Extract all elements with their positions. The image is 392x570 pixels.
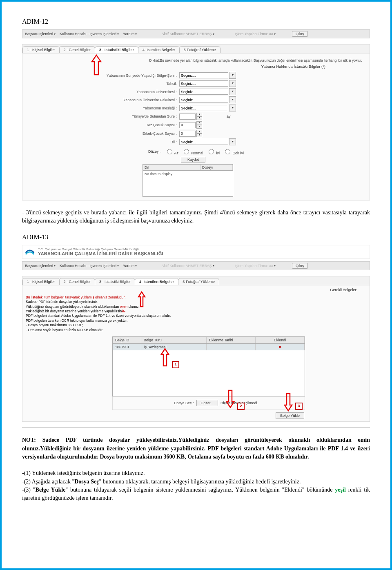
radio-iyi[interactable]: İyi bbox=[207, 148, 220, 155]
arrow-up-icon bbox=[91, 54, 102, 76]
col-belge-turu: Belge Türü bbox=[141, 337, 207, 343]
menu-yardim[interactable]: Yardım▾ bbox=[123, 32, 137, 36]
dropdown-icon[interactable]: ▾ bbox=[229, 80, 236, 87]
col-dil: Dil bbox=[143, 165, 200, 170]
not-paragraph: NOT: Sadece PDF türünde dosyalar yükleye… bbox=[22, 436, 370, 461]
input-erkek[interactable] bbox=[179, 131, 196, 137]
note-line: Sadece PDF türünde dosyalar yükleyebilir… bbox=[26, 300, 366, 304]
dosya-sec-label: Dosya Seç : bbox=[174, 401, 194, 405]
document-table: Belge ID Belge Türü Eklenme Tarihi Eklen… bbox=[112, 336, 305, 396]
file-select-bar: Dosya Seç : Gözat... Hiçbir dosya seçilm… bbox=[112, 396, 305, 410]
app-header: Başvuru İşlemleri▾ Kullanıcı Hesabı - İş… bbox=[22, 29, 370, 38]
select-fakulte[interactable] bbox=[179, 97, 228, 103]
note-line: PDF belgeleri standart Adobe Uygulamalar… bbox=[26, 314, 366, 318]
spinner-erkek[interactable]: ▴▾ bbox=[196, 130, 202, 137]
instructions: -(1) Yüklemek istediğiniz belgenin üzeri… bbox=[22, 469, 370, 502]
select-meslek[interactable] bbox=[179, 105, 228, 111]
ministry-logo-icon bbox=[25, 247, 35, 257]
radio-cokiyi[interactable]: Çok İyi bbox=[223, 148, 244, 155]
spinner-sure[interactable]: ▴▾ bbox=[196, 113, 202, 120]
tab-fotograf[interactable]: 5-Fotoğraf Yükleme bbox=[178, 278, 219, 285]
select-universite[interactable] bbox=[179, 89, 228, 95]
table-row[interactable]: 1867951 İş Sözleşmesi ✕ bbox=[113, 344, 305, 350]
table-empty: No data to display. bbox=[143, 171, 233, 177]
exit-button[interactable]: Çıkış bbox=[292, 31, 308, 37]
dropdown-icon[interactable]: ▾ bbox=[229, 88, 236, 95]
tab-istatistiki[interactable]: 3 - İstatistiki Bilgiler bbox=[95, 46, 138, 53]
tab-istenilen[interactable]: 4 -İstenilen Belgeler bbox=[138, 46, 180, 53]
step-marker-2: 2 bbox=[237, 403, 245, 410]
label-fakulte: Yabancının Üniversite Fakültesi : bbox=[26, 98, 179, 102]
col-eklenme-tarihi: Eklenme Tarihi bbox=[207, 337, 256, 343]
caret-icon: ▾ bbox=[54, 32, 56, 36]
menu-basvuru[interactable]: Başvuru İşlemleri▾ bbox=[25, 264, 56, 268]
label-sure: Türkiye'de Bulunulan Süre : bbox=[26, 114, 179, 118]
note-line: Bu listedeki tüm belgeleri tarayarak yük… bbox=[26, 295, 366, 300]
tab-fotograf[interactable]: 5-Fotoğraf Yükleme bbox=[179, 46, 220, 53]
belge-yukle-button[interactable]: Belge Yükle bbox=[276, 412, 304, 419]
arrow-down-icon bbox=[284, 393, 293, 412]
menu-yardim[interactable]: Yardım▾ bbox=[123, 264, 137, 268]
input-kiz[interactable] bbox=[179, 122, 196, 128]
note-line: - Ortalama sayfa boyutu en fazla 600 KB … bbox=[26, 328, 366, 332]
label-bolge: Yabancının Suriyede Yaşadığı Bölge-Şehir… bbox=[26, 73, 179, 78]
note-line: Yüklediğiniz dosyaları görüntüleyerek ok… bbox=[26, 305, 366, 309]
note-line: Yüklediğiniz bir dosyanın üzerine yenide… bbox=[26, 309, 366, 314]
menu-kullanici[interactable]: Kullanıcı Hesabı - İşveren İşlemleri▾ bbox=[60, 264, 119, 268]
divider bbox=[22, 428, 370, 428]
label-dil: Dil : bbox=[26, 140, 179, 144]
cell-belge-turu: İş Sözleşmesi bbox=[141, 344, 207, 350]
active-user-label[interactable]: Aktif Kullanıcı: AHMET ERBAŞ▾ bbox=[161, 32, 214, 36]
col-duzey: Düzeyi bbox=[200, 165, 233, 170]
input-sure[interactable] bbox=[179, 114, 196, 120]
arrow-up-icon bbox=[160, 348, 169, 367]
label-duzey: Düzeyi : bbox=[148, 149, 162, 154]
spinner-kiz[interactable]: ▴▾ bbox=[196, 121, 202, 129]
active-firm-label[interactable]: İşlem Yapılan Firma: aa▾ bbox=[235, 264, 276, 268]
radio-normal[interactable]: Normal bbox=[182, 148, 203, 155]
ministry-line1: T.C. Çalışma ve Sosyal Güvenlik Bakanlığ… bbox=[38, 247, 163, 251]
select-tahsil[interactable] bbox=[179, 80, 228, 87]
tab-content-istenilen: Gerekli Belgeler: Bu listedeki tüm belge… bbox=[22, 285, 370, 422]
tab-genel[interactable]: 2 - Genel Bilgiler bbox=[59, 46, 96, 53]
select-dil[interactable] bbox=[179, 139, 228, 145]
select-bolge[interactable] bbox=[179, 72, 228, 78]
tab-istenilen[interactable]: 4 -İstenilen Belgeler bbox=[135, 278, 178, 285]
tab-istatistiki[interactable]: 3 - İstatistiki Bilgiler bbox=[95, 278, 135, 285]
caret-icon: ▾ bbox=[117, 32, 119, 36]
tab-kisisel[interactable]: 1 - Kişisel Bilgiler bbox=[22, 46, 60, 53]
active-user-label[interactable]: Aktif Kullanıcı: AHMET ERBAŞ▾ bbox=[161, 264, 214, 268]
note-line: - Dosya boyutu maksimum 3600 KB ; bbox=[26, 323, 366, 327]
app-header-13: Başvuru İşlemleri▾ Kullanıcı Hesabı - İş… bbox=[22, 261, 370, 270]
radio-az[interactable]: Az bbox=[165, 148, 179, 155]
dropdown-icon[interactable]: ▾ bbox=[229, 138, 236, 145]
tab-kisisel[interactable]: 1 - Kişisel Bilgiler bbox=[22, 278, 60, 285]
label-meslek: Yabancının mesleği : bbox=[26, 106, 179, 110]
step-marker-3: 3 bbox=[295, 403, 303, 410]
dropdown-icon[interactable]: ▾ bbox=[229, 96, 236, 103]
duzey-row: Düzeyi : Az Normal İyi Çok İyi bbox=[148, 148, 366, 155]
exit-button[interactable]: Çıkış bbox=[292, 263, 308, 269]
browse-button[interactable]: Gözat... bbox=[196, 400, 218, 406]
dropdown-icon[interactable]: ▾ bbox=[229, 105, 236, 111]
kaydet-button[interactable]: Kaydet bbox=[181, 157, 205, 163]
step-marker-1: 1 bbox=[172, 361, 179, 368]
label-tahsil: Tahsil: bbox=[26, 82, 179, 86]
label-kiz: Kız Çocuk Sayısı : bbox=[26, 123, 179, 127]
info-notes-block: Bu listedeki tüm belgeleri tarayarak yük… bbox=[22, 293, 370, 337]
tab-genel[interactable]: 2 - Genel Bilgiler bbox=[59, 278, 96, 285]
tab-content-istatistiki: Dikkat:Bu sekmede yer alan bilgiler ista… bbox=[22, 53, 370, 200]
cell-belge-id: 1867951 bbox=[113, 344, 141, 350]
step-12-heading: ADIM-12 bbox=[22, 18, 370, 25]
dropdown-icon[interactable]: ▾ bbox=[229, 72, 236, 79]
label-universite: Yabancının Üniversitesi : bbox=[26, 90, 179, 94]
menu-basvuru[interactable]: Başvuru İşlemleri▾ bbox=[25, 32, 56, 36]
step12-body-text: - 3'üncü sekmeye geçiniz ve burada yaban… bbox=[22, 209, 370, 225]
label-erkek: Erkek-Çocuk Sayısı : bbox=[26, 131, 179, 136]
ministry-line2: YABANCILARIN ÇALIŞMA İZİNLERİ DAİRE BAŞK… bbox=[38, 251, 163, 256]
active-firm-label[interactable]: İşlem Yapılan Firma: aa▾ bbox=[235, 32, 276, 36]
note-line: PDF belgeleri tararken OCR teknolojisi k… bbox=[26, 318, 366, 323]
caret-icon: ▾ bbox=[135, 32, 137, 36]
menu-kullanici[interactable]: Kullanıcı Hesabı - İşveren İşlemleri▾ bbox=[60, 32, 119, 36]
info-note: Dikkat:Bu sekmede yer alan bilgiler ista… bbox=[26, 57, 366, 64]
